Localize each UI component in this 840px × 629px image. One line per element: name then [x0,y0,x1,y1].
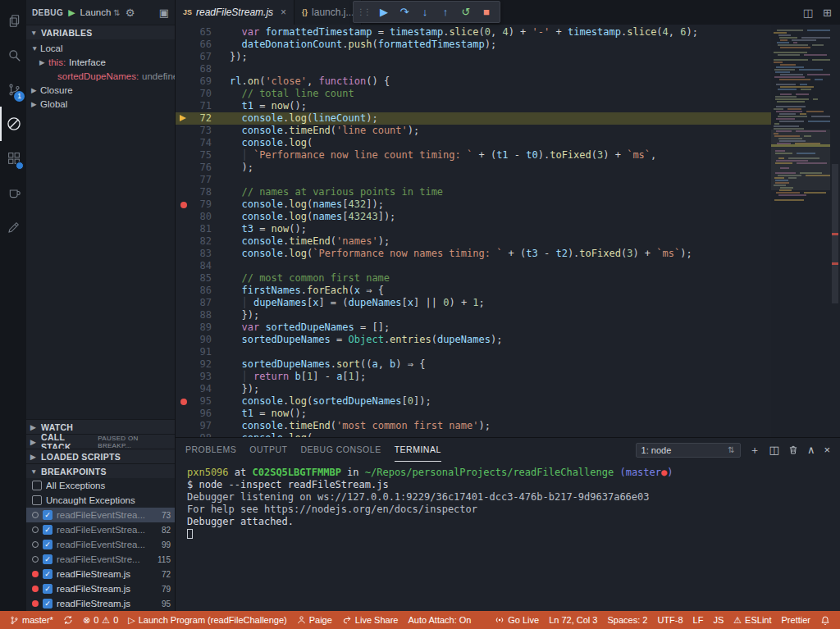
code-line[interactable]: 69rl.on('close', function() { [176,75,771,88]
code-line[interactable]: 87 │ dupeNames[x] = (dupeNames[x] || 0) … [176,297,771,309]
code-line[interactable]: 82 console.timeEnd('names'); [176,235,771,248]
line-gutter[interactable]: 70 [176,88,221,100]
loaded-scripts-section-header[interactable]: ▶ LOADED SCRIPTS [26,449,175,463]
line-gutter[interactable]: 87 [176,297,221,309]
tab-output[interactable]: OUTPUT [249,438,287,462]
line-gutter[interactable]: 80 [176,211,221,223]
code-line[interactable]: 77 [176,174,771,186]
editor-scrollbar[interactable] [830,25,840,437]
close-panel-icon[interactable]: × [824,444,830,456]
line-gutter[interactable]: 68 [176,63,221,75]
line-gutter[interactable]: 89 [176,321,221,334]
breakpoint-row[interactable]: ✓readFileStream.js72 [26,567,175,581]
start-debugging-button[interactable]: ▶ [68,7,75,18]
variable-sortedDupeNames[interactable]: sortedDupeNames: undefined [26,69,175,83]
tab-problems[interactable]: PROBLEMS [185,438,236,462]
code-line[interactable]: 89 var sortedDupeNames = []; [176,321,771,334]
breakpoint-checkbox[interactable]: ✓ [43,569,52,579]
line-gutter[interactable]: 75 [176,149,221,162]
code-line[interactable]: 90 sortedDupeNames = Object.entries(dupe… [176,334,771,346]
sync-item[interactable] [58,611,78,629]
editor-layout-icon[interactable]: ⊞ [823,7,832,19]
line-gutter[interactable]: 69 [176,75,221,88]
configure-gear-icon[interactable]: ⚙ [126,7,135,19]
close-icon[interactable]: × [281,7,286,18]
launch-config-dropdown[interactable]: Launch ⇅ [80,7,121,17]
kill-terminal-icon[interactable] [788,444,798,455]
breakpoint-row[interactable]: ✓readFileStream.js95 [26,596,175,611]
code-line[interactable]: 91 [176,346,771,358]
scope-closure[interactable]: ▶ Closure [26,83,175,97]
breakpoint-checkbox[interactable]: ✓ [43,525,52,535]
line-gutter[interactable]: 82 [176,235,221,248]
line-gutter[interactable]: 91 [176,346,221,358]
breakpoint-checkbox[interactable]: ✓ [43,599,52,608]
breakpoint-row[interactable]: ✓readFileEventStre...115 [26,552,175,567]
code-line[interactable]: 93 │ return b[1] - a[1]; [176,371,771,383]
scope-local[interactable]: ▼ Local [26,41,175,55]
encoding-item[interactable]: UTF-8 [652,611,687,629]
line-gutter[interactable]: 78 [176,186,221,198]
line-gutter[interactable]: 73 [176,125,221,137]
launch-program-item[interactable]: ▷ Launch Program (readFileChallenge) [123,611,291,629]
account-item[interactable]: Paige [292,611,337,629]
new-terminal-icon[interactable]: ＋ [750,443,760,458]
terminal-select[interactable]: 1: node ⇅ [636,443,741,458]
code-line[interactable]: 83 console.log(`Performance now names ti… [176,248,771,260]
exception-checkbox[interactable] [32,481,42,490]
code-line[interactable]: 78 // names at various points in time [176,186,771,198]
breakpoint-checkbox[interactable]: ✓ [43,584,52,594]
scope-global[interactable]: ▶ Global [26,97,175,111]
extensions-icon[interactable] [0,141,26,175]
live-share-item[interactable]: Live Share [337,611,404,629]
code-line[interactable]: 67}); [176,51,771,63]
line-gutter[interactable]: 85 [176,272,221,285]
call-stack-section-header[interactable]: ▶ CALL STACK PAUSED ON BREAKP... [26,434,175,449]
explorer-icon[interactable] [0,3,26,38]
line-gutter[interactable]: 77 [176,174,221,186]
line-gutter[interactable]: 95 [176,395,221,408]
line-gutter[interactable]: 74 [176,137,221,149]
line-gutter[interactable]: 65 [176,26,221,39]
cursor-position-item[interactable]: Ln 72, Col 3 [544,611,602,629]
breakpoint-dot[interactable] [180,202,187,208]
code-line[interactable]: 84 [176,260,771,272]
auto-attach-item[interactable]: Auto Attach: On [403,611,476,629]
line-gutter[interactable]: 79 [176,198,221,211]
line-gutter[interactable]: 98 [176,432,221,437]
code-line[interactable]: 97 console.timeEnd('most common first na… [176,420,771,432]
indentation-item[interactable]: Spaces: 2 [602,611,652,629]
code-line[interactable]: 68 [176,63,771,75]
split-terminal-icon[interactable]: ◫ [769,444,779,456]
git-branch-item[interactable]: master* [5,611,58,629]
eslint-item[interactable]: ⚠ ESLint [728,611,776,629]
step-out-button[interactable]: ↑ [436,2,455,22]
line-gutter[interactable]: 72 [176,112,221,125]
docker-icon[interactable] [0,175,26,210]
step-over-button[interactable]: ↷ [395,2,414,22]
code-line[interactable]: 85 // most common first name [176,272,771,285]
breakpoint-row[interactable]: ✓readFileEventStrea...99 [26,537,175,552]
language-mode-item[interactable]: JS [708,611,728,629]
breakpoint-dot[interactable] [180,399,187,405]
problems-item[interactable]: ⊗ 0 ⚠ 0 [78,611,123,629]
code-line[interactable]: 72 console.log(lineCount); [176,112,771,125]
source-control-icon[interactable]: 1 [0,72,26,107]
line-gutter[interactable]: 66 [176,39,221,51]
line-gutter[interactable]: 67 [176,51,221,63]
go-live-item[interactable]: Go Live [490,611,544,629]
continue-button[interactable]: ▶ [374,2,394,22]
terminal-output[interactable]: pxn5096 at C02SQ5LBGTFMMBP in ~/Repos/pe… [176,462,840,611]
breakpoints-section-header[interactable]: ▼ BREAKPOINTS [26,463,175,478]
code-line[interactable]: 70 // total line count [176,88,771,100]
line-gutter[interactable]: 97 [176,420,221,432]
breakpoint-row[interactable]: ✓readFileEventStrea...82 [26,522,175,537]
restart-button[interactable]: ↺ [456,2,476,22]
maximize-panel-icon[interactable]: ∧ [807,444,815,456]
exception-row[interactable]: All Exceptions [26,478,175,493]
debug-icon[interactable] [0,107,26,141]
code-line[interactable]: 98 console.log( [176,432,771,437]
exception-row[interactable]: Uncaught Exceptions [26,493,175,508]
line-gutter[interactable]: 93 [176,371,221,383]
variables-section-header[interactable]: ▼ VARIABLES [26,25,175,39]
